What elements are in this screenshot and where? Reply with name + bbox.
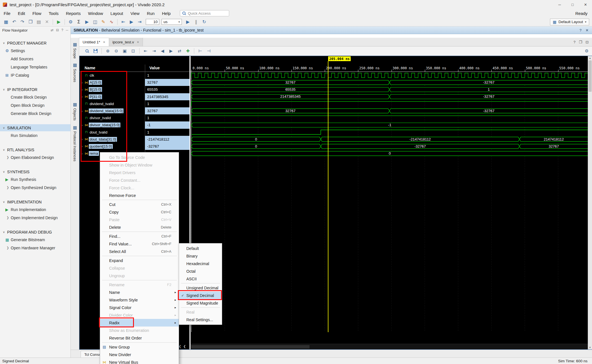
- menubar-file[interactable]: File: [0, 9, 14, 17]
- quick-access-search[interactable]: Quick Access: [180, 10, 229, 16]
- find-icon[interactable]: [83, 47, 91, 55]
- signal-value-cell[interactable]: 1: [145, 72, 189, 79]
- restart-simulation-icon[interactable]: ⇤: [120, 18, 127, 26]
- signal-value-cell[interactable]: -1: [145, 121, 189, 128]
- menu-item-new-divider[interactable]: New Divider: [100, 351, 179, 358]
- step-icon[interactable]: ⇥: [136, 18, 143, 26]
- horizontal-scrollbar[interactable]: [191, 344, 588, 349]
- flow-help-icon[interactable]: ?: [61, 28, 63, 32]
- edit-constraints-icon[interactable]: ✎: [100, 18, 107, 26]
- chevron-left-icon[interactable]: ❮: [183, 345, 186, 348]
- radix-option-unsigned-decimal[interactable]: Unsigned Decimal: [179, 284, 222, 292]
- flow-item-open-implemented-design[interactable]: ❯Open Implemented Design: [0, 214, 70, 222]
- menu-item-new-virtual-bus[interactable]: ⋈New Virtual Bus: [100, 358, 179, 364]
- collapse-arrow-icon[interactable]: ∨: [3, 148, 5, 151]
- save-waveform-icon[interactable]: [92, 47, 99, 55]
- menu-item-reverse-bit-order[interactable]: Reverse Bit Order: [100, 334, 179, 342]
- signal-name-row-a-15-0[interactable]: ›⋈A[15:0]: [79, 79, 145, 86]
- collapse-arrow-icon[interactable]: ∨: [3, 126, 5, 129]
- flow-item-run-synthesis[interactable]: ▶Run Synthesis: [0, 175, 70, 183]
- tab-ipcore-test-v[interactable]: ipcore_test.v✕: [109, 38, 143, 46]
- menubar-view[interactable]: View: [127, 9, 143, 17]
- menubar-flow[interactable]: Flow: [29, 9, 45, 17]
- previous-transition-icon[interactable]: ◀: [159, 47, 166, 55]
- radix-option-binary[interactable]: Binary: [179, 252, 222, 260]
- signal-name-row-divisor-tdata-15-0[interactable]: ›⋈divisor_tdata[15:0]: [79, 121, 145, 128]
- paste-icon[interactable]: ▤: [35, 18, 43, 26]
- signal-value-cell[interactable]: 32767: [145, 79, 189, 86]
- menubar-edit[interactable]: Edit: [14, 9, 29, 17]
- flow-minimize-icon[interactable]: ─: [66, 28, 68, 32]
- zoom-to-cursor-icon[interactable]: ⊡: [129, 47, 137, 55]
- flow-item-add-sources[interactable]: Add Sources: [0, 55, 70, 63]
- simulate-icon[interactable]: ▶: [83, 18, 91, 26]
- delete-icon[interactable]: ✕: [43, 18, 51, 26]
- side-tab-objects[interactable]: Objects: [71, 102, 79, 122]
- collapse-arrow-icon[interactable]: ∨: [3, 200, 5, 203]
- expand-chevron-icon[interactable]: ›: [80, 81, 84, 84]
- flow-options-icon[interactable]: ⇄: [51, 28, 54, 32]
- flow-item-run-implementation[interactable]: ▶Run Implementation: [0, 205, 70, 214]
- menubar-help[interactable]: Help: [158, 9, 174, 17]
- zoom-out-icon[interactable]: ⊖: [112, 47, 120, 55]
- flow-item-ip-catalog[interactable]: ⊞IP Catalog: [0, 71, 70, 79]
- menubar-tools[interactable]: Tools: [45, 9, 62, 17]
- signal-value-cell[interactable]: 1: [145, 114, 189, 121]
- chevron-left-icon[interactable]: ❮: [179, 345, 181, 348]
- menu-item-cut[interactable]: CutCtrl+X: [100, 201, 179, 208]
- zoom-fit-icon[interactable]: ▣: [121, 47, 129, 55]
- signal-value-cell[interactable]: -2147418112: [145, 136, 189, 143]
- signal-value-cell[interactable]: -32767: [145, 143, 189, 150]
- menu-item-new-group[interactable]: ▤New Group: [100, 343, 179, 351]
- flow-section-header-synthesis[interactable]: ∨SYNTHESIS: [0, 168, 70, 175]
- side-tab-sources[interactable]: Sources: [71, 62, 79, 84]
- undo-icon[interactable]: ↶: [10, 18, 18, 26]
- signal-value-cell[interactable]: 1: [145, 129, 189, 136]
- scroll-down-icon[interactable]: ▼: [588, 345, 592, 349]
- signal-name-row-dividend-tdata-15-0[interactable]: ›⋈dividend_tdata[15:0]: [79, 107, 145, 114]
- close-button[interactable]: ✕: [579, 0, 592, 9]
- help-icon[interactable]: ?: [580, 28, 582, 32]
- debug-probe-icon[interactable]: ∿: [108, 18, 115, 26]
- signal-value-cell[interactable]: 2147385345: [145, 93, 189, 100]
- collapse-arrow-icon[interactable]: ∨: [3, 88, 5, 91]
- copy-icon[interactable]: ❐: [27, 18, 34, 26]
- menu-item-select-all[interactable]: Select AllCtrl+A: [100, 248, 179, 255]
- radix-option-ascii[interactable]: ASCII: [179, 275, 222, 283]
- menu-item-find[interactable]: Find...Ctrl+F: [100, 232, 179, 240]
- zoom-in-icon[interactable]: ⊕: [104, 47, 112, 55]
- close-pane-icon[interactable]: ✕: [586, 28, 589, 32]
- time-cursor-line[interactable]: [328, 61, 328, 332]
- menu-item-delete[interactable]: DeleteDelete: [100, 223, 179, 231]
- minimize-button[interactable]: ─: [553, 0, 566, 9]
- go-to-last-time-icon[interactable]: ⇥: [150, 47, 158, 55]
- flow-section-header-rtl-analysis[interactable]: ∨RTL ANALYSIS: [0, 146, 70, 153]
- signal-value-cell[interactable]: 65535: [145, 86, 189, 93]
- menu-item-name[interactable]: Name▸: [100, 288, 179, 296]
- simulation-time-input[interactable]: 10: [146, 19, 159, 25]
- flow-item-generate-block-design[interactable]: Generate Block Design: [0, 109, 70, 117]
- signal-name-row-dout-tvalid[interactable]: ⊓dout_tvalid: [79, 129, 145, 136]
- cursor-time-label[interactable]: 205.004 ns: [328, 56, 351, 61]
- maximize-button[interactable]: □: [566, 0, 579, 9]
- flow-item-create-block-design[interactable]: Create Block Design: [0, 93, 70, 101]
- radix-option-octal[interactable]: Octal: [179, 267, 222, 275]
- flow-section-header-ip-integrator[interactable]: ∨IP INTEGRATOR: [0, 86, 70, 93]
- menu-item-waveform-style[interactable]: Waveform Style▸: [100, 296, 179, 304]
- menu-item-copy[interactable]: CopyCtrl+C: [100, 208, 179, 216]
- menubar-run[interactable]: Run: [143, 9, 158, 17]
- time-unit-select[interactable]: us ▾: [162, 19, 182, 25]
- signal-name-row-dout-tdata-31-0[interactable]: ›⋈dout_tdata[31:0]: [79, 136, 145, 143]
- redo-icon[interactable]: ↷: [19, 18, 26, 26]
- open-recent-icon[interactable]: ▦: [2, 18, 10, 26]
- flow-item-generate-bitstream[interactable]: ▦Generate Bitstream: [0, 236, 70, 244]
- menu-item-expand[interactable]: Expand: [100, 257, 179, 264]
- menu-item-remove-force[interactable]: Remove Force: [100, 192, 179, 199]
- expand-chevron-icon[interactable]: ›: [80, 145, 84, 148]
- radix-option-signed-decimal[interactable]: ✓Signed Decimal: [179, 292, 222, 299]
- signal-value-cell[interactable]: 32767: [145, 107, 189, 114]
- run-for-time-icon[interactable]: ▶: [184, 18, 192, 26]
- collapse-arrow-icon[interactable]: ∨: [3, 41, 5, 45]
- pause-icon[interactable]: ∥: [192, 18, 200, 26]
- add-marker-icon[interactable]: ✚: [184, 47, 192, 55]
